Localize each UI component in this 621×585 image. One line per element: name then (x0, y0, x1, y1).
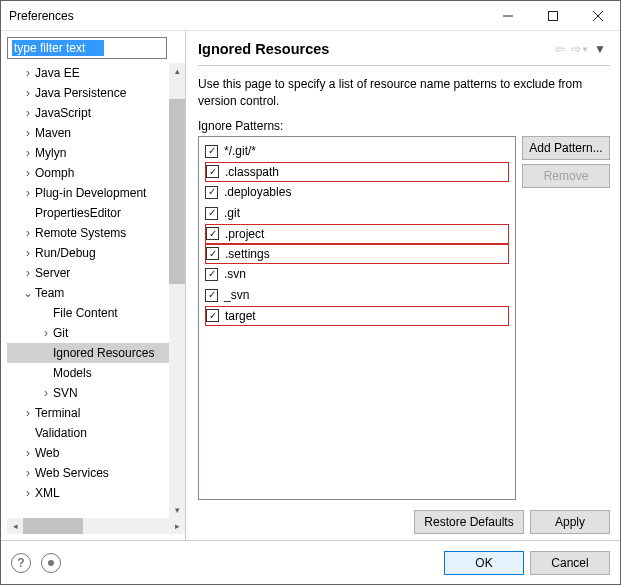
tree-item-web-services[interactable]: ›Web Services (7, 463, 169, 483)
horizontal-scrollbar[interactable]: ◂ ▸ (7, 518, 185, 534)
tree-item-models[interactable]: Models (7, 363, 169, 383)
chevron-right-icon[interactable]: › (21, 63, 35, 83)
tree-item-label: Ignored Resources (53, 346, 154, 360)
tree-item-mylyn[interactable]: ›Mylyn (7, 143, 169, 163)
footer-icons: ? (11, 553, 61, 573)
chevron-right-icon[interactable]: › (21, 223, 35, 243)
pattern-item[interactable]: .deployables (205, 182, 509, 203)
tree-item-git[interactable]: ›Git (7, 323, 169, 343)
tree-item-java-persistence[interactable]: ›Java Persistence (7, 83, 169, 103)
checkbox-icon[interactable] (205, 145, 218, 158)
checkbox-icon[interactable] (206, 165, 219, 178)
pattern-item[interactable]: */.git/* (205, 141, 509, 162)
checkbox-icon[interactable] (206, 247, 219, 260)
chevron-right-icon[interactable]: › (21, 123, 35, 143)
chevron-right-icon[interactable]: › (21, 163, 35, 183)
tree-item-label: Java EE (35, 66, 80, 80)
restore-defaults-button[interactable]: Restore Defaults (414, 510, 524, 534)
pattern-label: .git (224, 206, 240, 220)
tree-item-server[interactable]: ›Server (7, 263, 169, 283)
scroll-thumb[interactable] (169, 99, 185, 284)
pattern-label: .deployables (224, 185, 291, 199)
scroll-down-icon[interactable]: ▾ (169, 502, 185, 518)
tree-item-ignored-resources[interactable]: Ignored Resources (7, 343, 169, 363)
tree-item-remote-systems[interactable]: ›Remote Systems (7, 223, 169, 243)
tree-item-svn[interactable]: ›SVN (7, 383, 169, 403)
tree-item-team[interactable]: ⌄Team (7, 283, 169, 303)
progress-icon[interactable] (41, 553, 61, 573)
minimize-button[interactable] (485, 1, 530, 30)
checkbox-icon[interactable] (205, 289, 218, 302)
forward-icon[interactable]: ⇨▼ (570, 39, 590, 59)
tree-item-label: Team (35, 286, 64, 300)
chevron-right-icon[interactable]: › (21, 483, 35, 503)
tree-item-maven[interactable]: ›Maven (7, 123, 169, 143)
ignore-patterns-list[interactable]: */.git/*.classpath.deployables.git.proje… (198, 136, 516, 500)
menu-icon[interactable]: ▼ (590, 39, 610, 59)
filter-field[interactable] (7, 37, 167, 59)
hscroll-thumb[interactable] (23, 518, 83, 534)
tree-item-run-debug[interactable]: ›Run/Debug (7, 243, 169, 263)
tree-item-validation[interactable]: Validation (7, 423, 169, 443)
chevron-right-icon[interactable]: › (21, 463, 35, 483)
help-icon[interactable]: ? (11, 553, 31, 573)
add-pattern-button[interactable]: Add Pattern... (522, 136, 610, 160)
chevron-right-icon[interactable]: › (21, 143, 35, 163)
scroll-right-icon[interactable]: ▸ (169, 518, 185, 534)
tree-item-label: Java Persistence (35, 86, 126, 100)
chevron-right-icon[interactable]: › (39, 323, 53, 343)
scroll-up-icon[interactable]: ▴ (169, 63, 185, 79)
page-heading: Ignored Resources (198, 41, 550, 57)
pattern-label: target (225, 309, 256, 323)
chevron-right-icon[interactable]: › (21, 103, 35, 123)
pattern-label: .settings (225, 247, 270, 261)
maximize-button[interactable] (530, 1, 575, 30)
tree-item-label: Plug-in Development (35, 186, 146, 200)
tree-item-javascript[interactable]: ›JavaScript (7, 103, 169, 123)
vertical-scrollbar[interactable]: ▴ ▾ (169, 63, 185, 518)
pattern-item[interactable]: .classpath (205, 162, 509, 182)
chevron-right-icon[interactable]: › (21, 243, 35, 263)
tree-item-file-content[interactable]: File Content (7, 303, 169, 323)
back-icon[interactable]: ⇦ (550, 39, 570, 59)
chevron-right-icon[interactable]: › (39, 383, 53, 403)
filter-input[interactable] (12, 40, 104, 56)
tree-item-terminal[interactable]: ›Terminal (7, 403, 169, 423)
tree-item-oomph[interactable]: ›Oomph (7, 163, 169, 183)
chevron-right-icon[interactable]: › (21, 183, 35, 203)
preferences-tree[interactable]: ›Java EE›Java Persistence›JavaScript›Mav… (7, 63, 169, 518)
chevron-down-icon[interactable]: ⌄ (21, 283, 35, 303)
apply-button[interactable]: Apply (530, 510, 610, 534)
tree-item-xml[interactable]: ›XML (7, 483, 169, 503)
ok-button[interactable]: OK (444, 551, 524, 575)
tree-item-web[interactable]: ›Web (7, 443, 169, 463)
pattern-label: */.git/* (224, 144, 256, 158)
tree-item-java-ee[interactable]: ›Java EE (7, 63, 169, 83)
pattern-item[interactable]: _svn (205, 285, 509, 306)
tree-item-propertieseditor[interactable]: PropertiesEditor (7, 203, 169, 223)
remove-button[interactable]: Remove (522, 164, 610, 188)
scroll-left-icon[interactable]: ◂ (7, 518, 23, 534)
pattern-label: .svn (224, 267, 246, 281)
bottom-buttons: Restore Defaults Apply (198, 510, 610, 534)
checkbox-icon[interactable] (205, 186, 218, 199)
page-description: Use this page to specify a list of resou… (198, 76, 610, 111)
tree-item-plug-in-development[interactable]: ›Plug-in Development (7, 183, 169, 203)
pattern-item[interactable]: .svn (205, 264, 509, 285)
checkbox-icon[interactable] (206, 309, 219, 322)
cancel-button[interactable]: Cancel (530, 551, 610, 575)
pattern-item[interactable]: target (205, 306, 509, 326)
checkbox-icon[interactable] (205, 207, 218, 220)
chevron-right-icon[interactable]: › (21, 443, 35, 463)
tree-item-label: Web (35, 446, 59, 460)
checkbox-icon[interactable] (206, 227, 219, 240)
footer: ? OK Cancel (1, 540, 620, 584)
chevron-right-icon[interactable]: › (21, 83, 35, 103)
chevron-right-icon[interactable]: › (21, 263, 35, 283)
pattern-item[interactable]: .project (205, 224, 509, 244)
checkbox-icon[interactable] (205, 268, 218, 281)
close-button[interactable] (575, 1, 620, 30)
pattern-item[interactable]: .settings (205, 244, 509, 264)
chevron-right-icon[interactable]: › (21, 403, 35, 423)
pattern-item[interactable]: .git (205, 203, 509, 224)
